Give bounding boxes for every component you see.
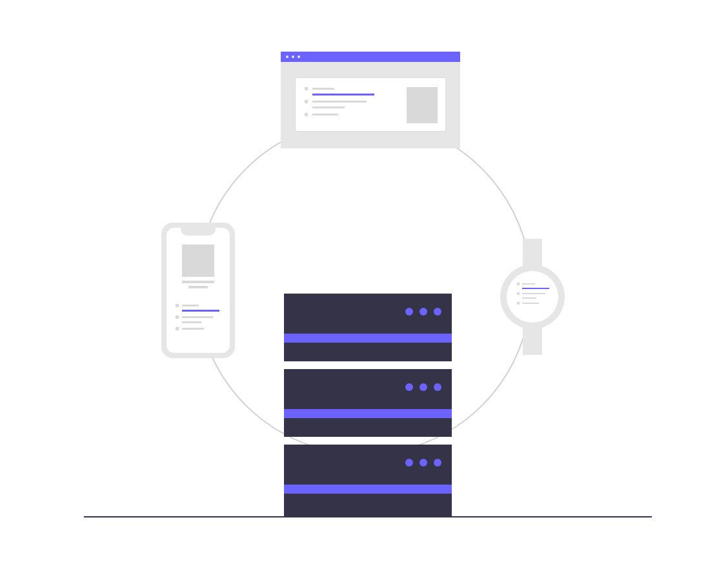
server-stripe [284, 409, 452, 418]
led-icon [434, 459, 441, 467]
led-icon [405, 308, 413, 316]
window-dot-icon [298, 55, 300, 58]
browser-titlebar [281, 52, 460, 62]
led-icon [420, 383, 427, 391]
led-icon [405, 459, 413, 467]
phone-screen [167, 228, 230, 353]
led-icon [434, 383, 441, 391]
server-leds [405, 308, 441, 316]
phone-device-icon [161, 223, 235, 358]
led-icon [434, 308, 441, 316]
watch-body [500, 265, 565, 329]
caption-placeholder [188, 286, 208, 288]
browser-content-panel [295, 77, 446, 132]
watch-strap-bottom [523, 325, 542, 355]
browser-text-placeholder [305, 87, 382, 123]
server-unit-1 [284, 294, 452, 361]
server-stack-icon [284, 294, 452, 516]
ground-line [84, 516, 652, 517]
watch-text-placeholder [517, 283, 551, 311]
led-icon [420, 308, 427, 316]
server-unit-2 [284, 369, 452, 437]
phone-notch-icon [181, 228, 216, 236]
browser-device-icon [281, 52, 460, 148]
caption-placeholder [182, 281, 214, 283]
watch-face [507, 271, 558, 323]
server-leds [405, 459, 441, 467]
phone-text-placeholder [176, 304, 222, 343]
server-leds [405, 383, 441, 391]
server-unit-3 [284, 445, 452, 516]
image-placeholder-icon [407, 87, 438, 123]
watch-device-icon [500, 239, 565, 355]
window-dot-icon [286, 55, 288, 58]
led-icon [405, 383, 413, 391]
server-stripe [284, 485, 452, 494]
diagram-stage [0, 0, 728, 562]
window-dot-icon [292, 55, 294, 58]
led-icon [420, 459, 427, 467]
image-placeholder-icon [182, 245, 214, 277]
server-stripe [284, 334, 452, 343]
